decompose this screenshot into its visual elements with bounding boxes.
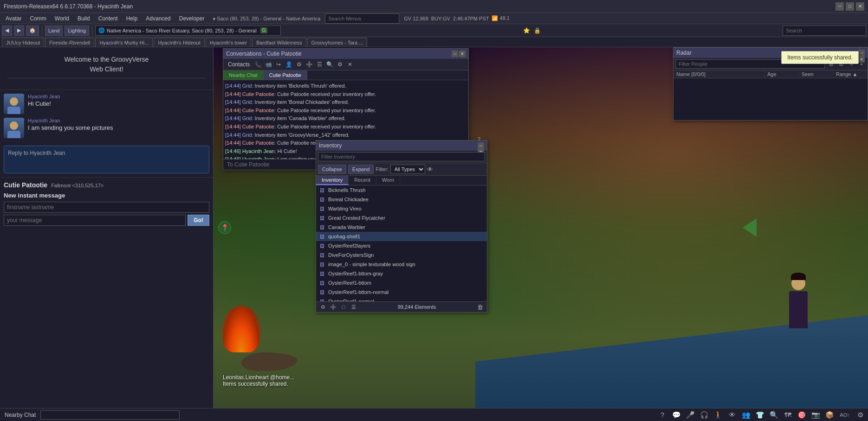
radar-minimize-btn[interactable]: ─ bbox=[858, 50, 865, 56]
conv-tab-nearby[interactable]: Nearby Chat bbox=[223, 70, 264, 80]
go-button[interactable]: Go! bbox=[188, 215, 209, 226]
conv-tool-add[interactable]: 👤 bbox=[284, 60, 293, 69]
menu-build[interactable]: Build bbox=[74, 14, 94, 23]
inv-item-12[interactable]: 🖼OysterReef1-normal bbox=[316, 297, 487, 301]
reply-input[interactable]: Reply to Hyacinth Jean bbox=[4, 146, 209, 173]
conv-tab-cutie[interactable]: Cutie Patootie bbox=[264, 70, 307, 80]
bottom-help-btn[interactable]: ? bbox=[656, 409, 668, 421]
tab-hideout[interactable]: Hyacinth's Hideout bbox=[154, 38, 204, 47]
inv-help-icon[interactable]: ? bbox=[478, 136, 480, 142]
forward-button[interactable]: ▶ bbox=[14, 26, 24, 36]
tab-groovyhomes[interactable]: Groovyhomes - Tara ... bbox=[307, 38, 368, 47]
firstname-input[interactable] bbox=[4, 202, 209, 213]
conv-tool-call[interactable]: 📞 bbox=[253, 60, 263, 69]
search-input[interactable] bbox=[783, 26, 866, 36]
inv-item-2[interactable]: 🖼Warbling Vireo bbox=[316, 204, 487, 213]
back-button[interactable]: ◀ bbox=[2, 26, 12, 36]
nearby-chat-input[interactable] bbox=[40, 410, 180, 420]
conv-tool-adduser[interactable]: ➕ bbox=[304, 60, 314, 69]
inv-filter-input[interactable] bbox=[318, 152, 485, 161]
lighting-button[interactable]: Lighting bbox=[65, 26, 89, 36]
bottom-eye-btn[interactable]: 👁 bbox=[726, 409, 738, 421]
home-button[interactable]: 🏠 bbox=[26, 26, 39, 36]
tab-juucy-hideout[interactable]: JUUcy Hideout bbox=[2, 38, 44, 47]
inv-view-btn[interactable]: □ bbox=[339, 303, 348, 311]
bottom-inventory-btn[interactable]: 📦 bbox=[823, 409, 836, 421]
bottom-wear-btn[interactable]: 👕 bbox=[754, 409, 766, 421]
map-icon[interactable]: 📍 bbox=[218, 221, 231, 234]
radar-help-icon[interactable]: ? bbox=[858, 47, 861, 49]
radar-col-range[interactable]: Range ▲ bbox=[833, 70, 868, 78]
inv-expand-btn[interactable]: Expand bbox=[348, 165, 374, 174]
conv-close-btn[interactable]: ✕ bbox=[459, 51, 466, 57]
menu-world[interactable]: World bbox=[51, 14, 73, 23]
inv-item-4[interactable]: 🖼Canada Warbler bbox=[316, 223, 487, 232]
land-button[interactable]: Land bbox=[45, 26, 63, 36]
item-name-7: DiveForOystersSign bbox=[328, 252, 374, 258]
conv-tool-forward[interactable]: ↪ bbox=[274, 60, 283, 69]
inv-add-btn[interactable]: ➕ bbox=[329, 303, 337, 311]
inv-item-3[interactable]: 🖼Great Crested Flycatcher bbox=[316, 213, 487, 223]
sender-name-2: Hyacinth Jean bbox=[28, 118, 113, 123]
inv-tab-inventory[interactable]: Inventory bbox=[316, 176, 349, 185]
conv-tool-close[interactable]: ✕ bbox=[345, 60, 355, 69]
conv-tool-settings[interactable]: ⚙ bbox=[335, 60, 344, 69]
bottom-walk-btn[interactable]: 🚶 bbox=[712, 409, 724, 421]
bottom-camera-btn[interactable]: 📷 bbox=[810, 409, 822, 421]
bottom-ao-btn[interactable]: AO↑ bbox=[837, 409, 852, 421]
inv-list-btn[interactable]: ☰ bbox=[350, 303, 358, 311]
conv-minimize-btn[interactable]: ─ bbox=[452, 51, 458, 57]
tab-bardfast[interactable]: Bardfast Wilderness bbox=[252, 38, 306, 47]
inv-list: 🖼Bicknells Thrush 🖼Boreal Chickadee 🖼War… bbox=[316, 185, 487, 301]
menu-avatar[interactable]: Avatar bbox=[2, 14, 25, 23]
menu-developer[interactable]: Developer bbox=[175, 14, 208, 23]
inv-item-1[interactable]: 🖼Boreal Chickadee bbox=[316, 195, 487, 204]
bottom-chat-btn[interactable]: 💬 bbox=[670, 409, 682, 421]
inv-item-10[interactable]: 🖼OysterReef1-bttom bbox=[316, 278, 487, 287]
inv-trash-btn[interactable]: 🗑 bbox=[476, 303, 484, 311]
radar-col-seen[interactable]: Seen bbox=[799, 70, 833, 78]
menu-content[interactable]: Content bbox=[95, 14, 122, 23]
menu-help[interactable]: Help bbox=[123, 14, 142, 23]
item-icon-2: 🖼 bbox=[320, 206, 326, 211]
nav-arrow-icon[interactable] bbox=[743, 218, 757, 237]
close-button[interactable]: ✕ bbox=[856, 2, 864, 11]
bottom-map-btn[interactable]: 🗺 bbox=[782, 409, 794, 421]
bottom-mic-btn[interactable]: 🎤 bbox=[684, 409, 696, 421]
inv-item-11[interactable]: 🖼OysterReef1-bttom-normal bbox=[316, 287, 487, 297]
inv-settings-btn[interactable]: ⚙ bbox=[319, 303, 327, 311]
bottom-headset-btn[interactable]: 🎧 bbox=[698, 409, 710, 421]
radar-col-name[interactable]: Name [0/0/0] bbox=[674, 70, 764, 78]
bottom-group-btn[interactable]: 👥 bbox=[740, 409, 752, 421]
conv-tool-gear[interactable]: ⚙ bbox=[294, 60, 304, 69]
message-input[interactable] bbox=[4, 215, 186, 226]
tab-fireside[interactable]: Fireside-Rivendell bbox=[45, 38, 94, 47]
maximize-button[interactable]: □ bbox=[846, 2, 854, 11]
bottom-location-btn[interactable]: 🎯 bbox=[796, 409, 808, 421]
filter-type-select[interactable]: All Types bbox=[390, 165, 425, 174]
search-menus-input[interactable] bbox=[325, 13, 399, 24]
bottom-search-btn[interactable]: 🔍 bbox=[768, 409, 780, 421]
inv-item-5[interactable]: 🖼quohag-shell1 bbox=[316, 232, 487, 241]
conv-tool-more[interactable]: ☰ bbox=[315, 60, 324, 69]
conv-tool-video[interactable]: 📹 bbox=[264, 60, 273, 69]
tab-murky[interactable]: Hyacinth's Murky Hi... bbox=[95, 38, 153, 47]
inv-item-6[interactable]: 🖼OysterReef2layers bbox=[316, 241, 487, 250]
inv-tab-recent[interactable]: Recent bbox=[349, 176, 376, 185]
radar-col-age[interactable]: Age bbox=[764, 70, 799, 78]
conv-tool-search[interactable]: 🔍 bbox=[325, 60, 334, 69]
inv-item-0[interactable]: 🖼Bicknells Thrush bbox=[316, 185, 487, 195]
inv-tab-worn[interactable]: Worn bbox=[376, 176, 400, 185]
inv-collapse-btn[interactable]: Collapse bbox=[318, 165, 346, 174]
inv-item-8[interactable]: 🖼image_0 - simple texturable wood sign bbox=[316, 260, 487, 269]
location-bar[interactable]: 🌐 Native America - Saco River Estuary, S… bbox=[95, 26, 281, 36]
menu-comm[interactable]: Comm bbox=[26, 14, 50, 23]
eye-icon[interactable]: 👁 bbox=[427, 166, 433, 173]
inv-item-9[interactable]: 🖼OysterReef1-bttom-gray bbox=[316, 269, 487, 278]
tab-tower[interactable]: Hyacinth's tower bbox=[206, 38, 251, 47]
minimize-button[interactable]: ─ bbox=[836, 2, 844, 11]
bottom-settings-btn[interactable]: ⚙ bbox=[854, 409, 866, 421]
menu-advanced[interactable]: Advanced bbox=[142, 14, 174, 23]
inv-item-7[interactable]: 🖼DiveForOystersSign bbox=[316, 250, 487, 260]
inv-minimize-btn[interactable]: ─ bbox=[478, 142, 484, 149]
